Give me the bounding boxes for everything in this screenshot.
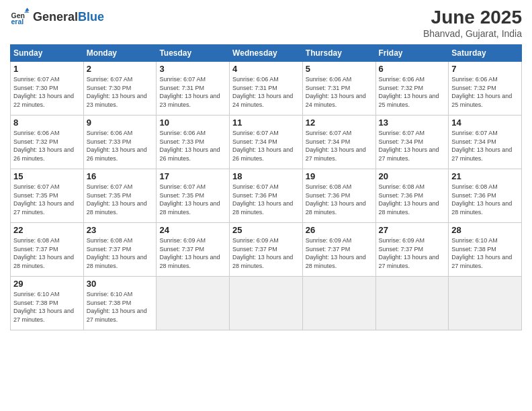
weekday-header-sunday: Sunday (11, 45, 84, 62)
calendar-cell: 22Sunrise: 6:08 AMSunset: 7:37 PMDayligh… (11, 223, 84, 277)
day-info: Sunrise: 6:06 AMSunset: 7:32 PMDaylight:… (13, 129, 81, 163)
day-number: 8 (13, 118, 81, 128)
day-number: 23 (87, 225, 154, 235)
calendar-cell: 25Sunrise: 6:09 AMSunset: 7:37 PMDayligh… (230, 223, 303, 277)
calendar-cell: 19Sunrise: 6:08 AMSunset: 7:36 PMDayligh… (302, 169, 375, 223)
calendar-cell: 7Sunrise: 6:06 AMSunset: 7:32 PMDaylight… (449, 62, 522, 116)
calendar-cell: 24Sunrise: 6:09 AMSunset: 7:37 PMDayligh… (157, 223, 230, 277)
day-info: Sunrise: 6:06 AMSunset: 7:32 PMDaylight:… (379, 75, 446, 109)
calendar-cell: 14Sunrise: 6:07 AMSunset: 7:34 PMDayligh… (449, 116, 522, 169)
logo-text: GeneralBlue (33, 10, 104, 24)
header: Gen eral GeneralBlue June 2025 Bhanvad, … (10, 7, 522, 39)
calendar-cell: 26Sunrise: 6:09 AMSunset: 7:37 PMDayligh… (302, 223, 375, 277)
day-info: Sunrise: 6:08 AMSunset: 7:37 PMDaylight:… (13, 236, 81, 270)
calendar-page: Gen eral GeneralBlue June 2025 Bhanvad, … (0, 0, 532, 337)
day-number: 25 (232, 225, 300, 235)
calendar-cell: 12Sunrise: 6:07 AMSunset: 7:34 PMDayligh… (302, 116, 375, 169)
weekday-header-wednesday: Wednesday (230, 45, 303, 62)
day-info: Sunrise: 6:07 AMSunset: 7:30 PMDaylight:… (13, 75, 81, 109)
day-number: 20 (379, 171, 446, 181)
day-info: Sunrise: 6:10 AMSunset: 7:38 PMDaylight:… (87, 290, 154, 324)
day-number: 17 (159, 171, 226, 181)
day-number: 18 (232, 171, 300, 181)
weekday-header-row: SundayMondayTuesdayWednesdayThursdayFrid… (11, 45, 522, 62)
day-info: Sunrise: 6:07 AMSunset: 7:34 PMDaylight:… (232, 129, 300, 163)
day-info: Sunrise: 6:07 AMSunset: 7:34 PMDaylight:… (379, 129, 446, 163)
calendar-cell: 6Sunrise: 6:06 AMSunset: 7:32 PMDaylight… (375, 62, 449, 116)
calendar-cell: 4Sunrise: 6:06 AMSunset: 7:31 PMDaylight… (230, 62, 303, 116)
day-number: 10 (159, 118, 226, 128)
day-info: Sunrise: 6:07 AMSunset: 7:35 PMDaylight:… (13, 183, 81, 216)
svg-text:eral: eral (11, 17, 24, 26)
day-info: Sunrise: 6:08 AMSunset: 7:36 PMDaylight:… (306, 183, 373, 216)
day-info: Sunrise: 6:07 AMSunset: 7:30 PMDaylight:… (87, 75, 154, 109)
day-number: 28 (451, 225, 519, 235)
calendar-cell: 8Sunrise: 6:06 AMSunset: 7:32 PMDaylight… (11, 116, 84, 169)
day-number: 29 (13, 279, 81, 289)
calendar-cell: 2Sunrise: 6:07 AMSunset: 7:30 PMDaylight… (83, 62, 157, 116)
day-number: 19 (306, 171, 373, 181)
day-info: Sunrise: 6:07 AMSunset: 7:35 PMDaylight:… (159, 183, 226, 216)
day-number: 21 (451, 171, 519, 181)
day-info: Sunrise: 6:06 AMSunset: 7:31 PMDaylight:… (306, 75, 373, 109)
weekday-header-thursday: Thursday (302, 45, 375, 62)
day-number: 7 (451, 64, 519, 74)
calendar-week-row: 8Sunrise: 6:06 AMSunset: 7:32 PMDaylight… (11, 116, 522, 169)
day-info: Sunrise: 6:06 AMSunset: 7:31 PMDaylight:… (232, 75, 300, 109)
calendar-subtitle: Bhanvad, Gujarat, India (423, 28, 522, 39)
day-number: 27 (379, 225, 446, 235)
day-number: 24 (159, 225, 226, 235)
day-info: Sunrise: 6:08 AMSunset: 7:36 PMDaylight:… (451, 183, 519, 216)
day-info: Sunrise: 6:07 AMSunset: 7:34 PMDaylight:… (451, 129, 519, 163)
calendar-cell: 13Sunrise: 6:07 AMSunset: 7:34 PMDayligh… (375, 116, 449, 169)
day-info: Sunrise: 6:07 AMSunset: 7:36 PMDaylight:… (232, 183, 300, 216)
day-number: 13 (379, 118, 446, 128)
calendar-cell: 23Sunrise: 6:08 AMSunset: 7:37 PMDayligh… (83, 223, 157, 277)
day-info: Sunrise: 6:08 AMSunset: 7:37 PMDaylight:… (87, 236, 154, 270)
day-number: 11 (232, 118, 300, 128)
day-number: 2 (87, 64, 154, 74)
calendar-week-row: 29Sunrise: 6:10 AMSunset: 7:38 PMDayligh… (11, 277, 522, 330)
day-info: Sunrise: 6:09 AMSunset: 7:37 PMDaylight:… (232, 236, 300, 270)
calendar-cell: 15Sunrise: 6:07 AMSunset: 7:35 PMDayligh… (11, 169, 84, 223)
day-info: Sunrise: 6:07 AMSunset: 7:35 PMDaylight:… (87, 183, 154, 216)
calendar-cell: 27Sunrise: 6:09 AMSunset: 7:37 PMDayligh… (375, 223, 449, 277)
day-info: Sunrise: 6:10 AMSunset: 7:38 PMDaylight:… (451, 236, 519, 270)
weekday-header-tuesday: Tuesday (157, 45, 230, 62)
calendar-cell: 11Sunrise: 6:07 AMSunset: 7:34 PMDayligh… (230, 116, 303, 169)
calendar-cell: 28Sunrise: 6:10 AMSunset: 7:38 PMDayligh… (449, 223, 522, 277)
calendar-cell: 1Sunrise: 6:07 AMSunset: 7:30 PMDaylight… (11, 62, 84, 116)
day-number: 9 (87, 118, 154, 128)
day-number: 26 (306, 225, 373, 235)
svg-marker-2 (26, 8, 30, 11)
calendar-cell: 18Sunrise: 6:07 AMSunset: 7:36 PMDayligh… (230, 169, 303, 223)
calendar-week-row: 1Sunrise: 6:07 AMSunset: 7:30 PMDaylight… (11, 62, 522, 116)
calendar-table: SundayMondayTuesdayWednesdayThursdayFrid… (10, 44, 522, 330)
day-info: Sunrise: 6:09 AMSunset: 7:37 PMDaylight:… (159, 236, 226, 270)
calendar-cell (230, 277, 303, 330)
title-area: June 2025 Bhanvad, Gujarat, India (423, 7, 522, 39)
day-number: 12 (306, 118, 373, 128)
calendar-cell (375, 277, 449, 330)
day-number: 14 (451, 118, 519, 128)
calendar-cell: 9Sunrise: 6:06 AMSunset: 7:33 PMDaylight… (83, 116, 157, 169)
day-number: 30 (87, 279, 154, 289)
calendar-cell: 17Sunrise: 6:07 AMSunset: 7:35 PMDayligh… (157, 169, 230, 223)
weekday-header-saturday: Saturday (449, 45, 522, 62)
day-info: Sunrise: 6:07 AMSunset: 7:34 PMDaylight:… (306, 129, 373, 163)
day-number: 15 (13, 171, 81, 181)
day-info: Sunrise: 6:06 AMSunset: 7:33 PMDaylight:… (87, 129, 154, 163)
day-info: Sunrise: 6:07 AMSunset: 7:31 PMDaylight:… (159, 75, 226, 109)
calendar-week-row: 22Sunrise: 6:08 AMSunset: 7:37 PMDayligh… (11, 223, 522, 277)
logo: Gen eral GeneralBlue (10, 7, 104, 27)
day-number: 1 (13, 64, 81, 74)
calendar-cell: 5Sunrise: 6:06 AMSunset: 7:31 PMDaylight… (302, 62, 375, 116)
logo-icon: Gen eral (10, 7, 30, 27)
weekday-header-friday: Friday (375, 45, 449, 62)
calendar-week-row: 15Sunrise: 6:07 AMSunset: 7:35 PMDayligh… (11, 169, 522, 223)
day-info: Sunrise: 6:08 AMSunset: 7:36 PMDaylight:… (379, 183, 446, 216)
calendar-cell (302, 277, 375, 330)
calendar-cell: 30Sunrise: 6:10 AMSunset: 7:38 PMDayligh… (83, 277, 157, 330)
day-number: 5 (306, 64, 373, 74)
day-number: 3 (159, 64, 226, 74)
